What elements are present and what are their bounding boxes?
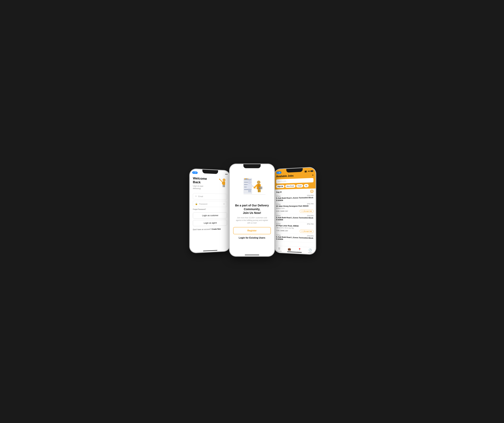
forgot-password[interactable]: Forgot Password? — [193, 208, 227, 210]
filter-tab-food[interactable]: Food — [296, 184, 303, 188]
eye-icon: 👁 — [223, 203, 225, 205]
email-icon: ✉ — [195, 195, 197, 197]
svg-rect-2 — [222, 182, 223, 184]
nav-history[interactable]: 🕐 History — [305, 248, 316, 254]
password-label: Password — [199, 203, 207, 205]
job-item-header-1: 16 Aug 2PM-5PM — [276, 195, 313, 197]
job-time-4: 3PM-7PM — [307, 223, 313, 225]
svg-text:★: ★ — [311, 191, 312, 192]
job-item-header-3: 16 Aug 2PM-5PM — [276, 215, 313, 217]
notch-center — [243, 164, 261, 168]
job-price-4: 7.00 | SAME DAY — [276, 230, 288, 232]
svg-point-16 — [248, 181, 251, 184]
svg-point-19 — [257, 181, 260, 184]
login-agent-button[interactable]: Login as agent — [193, 220, 227, 226]
job-time-2: 3PM-7PM — [307, 203, 313, 205]
svg-rect-27 — [250, 189, 251, 192]
login-screen: WelcomeBack Log in & startdelivering! — [190, 169, 230, 253]
scissor-icon-2: ✂ — [301, 230, 303, 232]
filter-tab-highss[interactable]: High $$ — [276, 185, 284, 188]
expand-icon[interactable]: » — [312, 174, 313, 176]
login-header: WelcomeBack Log in & startdelivering! — [193, 176, 227, 190]
filter-tab-va[interactable]: Va — [304, 184, 309, 187]
job-accept-row-4: 7.00 | SAME DAY ✂ | Accept Job — [276, 229, 313, 233]
email-field[interactable]: ✉ Email — [193, 193, 227, 200]
status-right-right: ▐▌▌ 4G — [304, 170, 313, 172]
nav-available-label: Available — [277, 250, 282, 252]
job-item-5[interactable]: 16 Aug 2PM-5PM 5, Kaki Bukit Road 1, Eun… — [276, 233, 313, 243]
job-accept-row-2: 4.00 | SAME DAY ✂ | Accept Job — [276, 210, 313, 212]
filter-tabs: High $$ Non-Food Food Va — [276, 184, 313, 188]
right-screen: 2:48 ▐▌▌ 4G Available Jobs » earch a job… — [274, 167, 316, 254]
job-date-1: 16 Aug — [276, 195, 281, 197]
register-screen: Be a part of Our Delivery Community,Join… — [230, 164, 274, 256]
notch-left — [202, 170, 218, 174]
email-label: Email — [198, 195, 203, 198]
accept-label-2: | Accept Job — [303, 210, 312, 212]
job-item-2[interactable]: 16 Aug 3PM-7PM 22 Jalan Girang Serangoon… — [276, 202, 313, 214]
left-screen: 4:29 ●●● WelcomeBack Log in & startdeliv… — [190, 169, 230, 253]
svg-rect-8 — [244, 179, 252, 180]
nav-history-label: History — [308, 252, 312, 253]
job-item-3[interactable]: 16 Aug 2PM-5PM 5, Kaki Bukit Road 1, Eun… — [276, 214, 313, 223]
status-right-left: ●●● — [225, 173, 228, 175]
job-item-header-2: 16 Aug 3PM-7PM — [276, 203, 313, 205]
password-row: Password 👁 — [199, 203, 225, 205]
nav-available[interactable]: ☰ Available — [274, 247, 284, 252]
welcome-title: WelcomeBack — [193, 176, 207, 184]
badge-icon: ★ — [311, 190, 313, 193]
svg-point-0 — [222, 178, 225, 182]
accept-btn-4[interactable]: ✂ | Accept Job — [300, 229, 313, 233]
job-item-1[interactable]: 16 Aug 2PM-5PM 5, Kaki Bukit Road 1, Eun… — [276, 194, 313, 203]
register-title: Be a part of Our Delivery Community,Join… — [233, 204, 271, 215]
job-badge: ★ — [310, 190, 313, 193]
svg-rect-18 — [247, 185, 248, 188]
job-address-3: 5, Kaki Bukit Road 1, Eunos Technolink B… — [276, 217, 313, 221]
delivery-illustration — [217, 177, 227, 189]
svg-rect-14 — [246, 178, 247, 179]
accept-btn-2[interactable]: ✂ | Accept Job — [300, 210, 313, 212]
login-customer-button[interactable]: Login as customer — [193, 212, 227, 219]
job-item-header-4: 16 Aug 3PM-7PM — [276, 223, 313, 225]
network-label: 4G — [308, 170, 310, 172]
job-group-header: Aug #2 ★ — [276, 190, 313, 194]
password-field[interactable]: 🔒 Password 👁 — [193, 201, 227, 207]
svg-rect-17 — [248, 184, 251, 189]
job-time-5: 2PM-5PM — [307, 235, 313, 237]
available-icon: ☰ — [278, 247, 280, 250]
phone-right: 2:48 ▐▌▌ 4G Available Jobs » earch a job… — [274, 167, 316, 254]
job-date-3: 16 Aug — [276, 215, 281, 216]
welcome-subtitle: Log in & startdelivering! — [193, 185, 207, 190]
time-right: 2:48 — [276, 171, 281, 174]
myjobs-icon: 💼 — [288, 247, 291, 251]
battery-icon — [311, 170, 313, 172]
signal-left: ●●● — [225, 173, 228, 175]
login-existing[interactable]: Login for Existing Users — [239, 237, 265, 239]
search-placeholder: earch a job... — [278, 180, 288, 182]
svg-rect-4 — [223, 185, 224, 187]
time-left: 4:29 — [192, 171, 198, 174]
svg-rect-5 — [224, 185, 225, 187]
filter-tab-nonfood[interactable]: Non-Food — [285, 184, 295, 188]
welcome-text: WelcomeBack Log in & startdelivering! — [193, 176, 207, 190]
job-date-2: 16 Aug — [276, 203, 281, 205]
svg-rect-15 — [247, 178, 248, 179]
job-item-4[interactable]: 16 Aug 3PM-7PM 27 Paya Lebar Road, 40904… — [276, 222, 313, 234]
job-address-5: 5, Kaki Bukit Road 1, Eunos Technolink B… — [276, 236, 313, 241]
search-bar[interactable]: earch a job... — [276, 178, 313, 183]
scissor-icon: ✂ — [301, 210, 303, 212]
phone-center: Be a part of Our Delivery Community,Join… — [230, 164, 274, 256]
register-button[interactable]: Register — [233, 227, 271, 234]
register-subtitle: Join more than 32,000+ customers and age… — [233, 217, 271, 224]
svg-point-6 — [219, 179, 220, 180]
create-account-link[interactable]: Create New — [212, 228, 221, 230]
svg-rect-3 — [224, 182, 225, 184]
create-account-prefix: Don't have an account? — [193, 228, 211, 231]
job-sub-2: Multiple Sizes — [276, 207, 313, 209]
register-illustration — [236, 174, 268, 200]
center-screen: Be a part of Our Delivery Community,Join… — [230, 164, 274, 256]
phone-left: 4:29 ●●● WelcomeBack Log in & startdeliv… — [190, 169, 230, 253]
svg-rect-29 — [259, 189, 260, 192]
optimize-icon: 📍 — [298, 248, 301, 251]
home-indicator-center — [245, 255, 259, 255]
